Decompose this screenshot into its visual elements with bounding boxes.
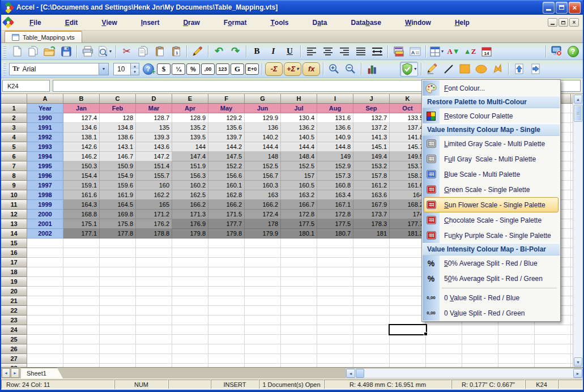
row-header-24[interactable]: 24 (1, 325, 27, 335)
row-header-2[interactable]: 2 (1, 113, 27, 123)
cell-K10[interactable]: 164 (390, 190, 426, 200)
cell-I23[interactable] (317, 316, 353, 325)
chart-button[interactable] (364, 62, 380, 76)
cell-C21[interactable] (100, 296, 136, 306)
cell-B26[interactable] (63, 344, 100, 354)
cell-G12[interactable]: 172.4 (245, 210, 281, 219)
chevron-down-icon[interactable]: ▾ (109, 49, 112, 54)
cell-H22[interactable] (281, 306, 317, 316)
cell-K19[interactable] (390, 277, 426, 287)
align-justify-button[interactable] (353, 44, 368, 59)
menu-item-50-average-split-red-blue[interactable]: %50% Average Split - Red / Blue (423, 255, 560, 271)
cell-I10[interactable]: 163.4 (317, 190, 353, 200)
cell-F9[interactable]: 160.1 (208, 181, 245, 190)
draw-freeform-button[interactable] (490, 62, 505, 76)
cell-F15[interactable] (208, 238, 245, 248)
cell-B6[interactable]: 146.2 (63, 152, 100, 161)
zoom-in-button[interactable] (326, 62, 342, 76)
cell-E6[interactable]: 147.4 (172, 152, 208, 161)
cell-B7[interactable]: 150.3 (63, 161, 100, 171)
cell-E4[interactable]: 139.5 (172, 133, 208, 142)
toolbar-grip[interactable] (3, 63, 6, 75)
cell-F4[interactable]: 139.7 (208, 133, 245, 142)
cell-N27[interactable] (498, 354, 535, 364)
new-document-button[interactable] (9, 44, 24, 59)
cell-E14[interactable]: 179.8 (172, 229, 208, 238)
row-header-16[interactable]: 16 (1, 248, 27, 258)
scroll-up-button[interactable]: ▲ (574, 95, 582, 104)
menu-item-sun-flower-scale-single-palette[interactable]: Sun Flower Scale - Single Palette (423, 197, 560, 212)
row-header-19[interactable]: 19 (1, 277, 27, 287)
cell-K25[interactable] (390, 335, 426, 344)
cell-D12[interactable]: 171.2 (136, 210, 172, 219)
zoom-out-button[interactable] (343, 62, 358, 76)
cell-A7[interactable]: 1995 (27, 161, 63, 171)
chevron-down-icon[interactable]: ▾ (441, 49, 444, 54)
cell-B15[interactable] (63, 238, 100, 248)
menu-format[interactable]: Format (212, 15, 259, 30)
cell-G20[interactable] (245, 287, 281, 296)
page-up-button[interactable] (511, 62, 527, 76)
undo-button[interactable]: ↶ (211, 44, 227, 59)
cell-E11[interactable]: 166.2 (172, 200, 208, 210)
cell-C20[interactable] (100, 287, 136, 296)
cell-J6[interactable]: 149.4 (353, 152, 390, 161)
cell-J16[interactable] (353, 248, 390, 258)
cell-I27[interactable] (317, 354, 353, 364)
cell-J25[interactable] (353, 335, 390, 344)
bold-button[interactable]: B (249, 44, 265, 59)
col-header-G[interactable]: G (245, 94, 281, 104)
chevron-down-icon[interactable]: ▾ (99, 63, 108, 75)
mdi-minimize-button[interactable] (548, 18, 557, 27)
cell-F22[interactable] (208, 306, 245, 316)
cell-E24[interactable] (172, 325, 208, 335)
cell-name-box[interactable]: K24 (2, 80, 50, 92)
cell-C27[interactable] (100, 354, 136, 364)
cell-A17[interactable] (27, 258, 63, 267)
col-header-B[interactable]: B (63, 94, 100, 104)
cell-F13[interactable]: 177.7 (208, 219, 245, 229)
cell-C2[interactable]: 128 (100, 113, 136, 123)
row-header-15[interactable]: 15 (1, 238, 27, 248)
cell-E1[interactable]: Apr (172, 104, 208, 113)
cell-D27[interactable] (136, 354, 172, 364)
col-header-E[interactable]: E (172, 94, 208, 104)
cell-B22[interactable] (63, 306, 100, 316)
help-button[interactable]: ? (565, 44, 581, 59)
row-header-26[interactable]: 26 (1, 344, 27, 354)
new-from-template-button[interactable] (25, 44, 41, 59)
cell-D20[interactable] (136, 287, 172, 296)
cell-D25[interactable] (136, 335, 172, 344)
draw-line-button[interactable] (441, 62, 456, 76)
row-header-3[interactable]: 3 (1, 123, 27, 133)
col-header-H[interactable]: H (281, 94, 317, 104)
cell-J26[interactable] (353, 344, 390, 354)
cell-C16[interactable] (100, 248, 136, 258)
cell-K3[interactable]: 137.4 (390, 123, 426, 133)
row-header-17[interactable]: 17 (1, 258, 27, 267)
cell-F20[interactable] (208, 287, 245, 296)
cell-G2[interactable]: 129.9 (245, 113, 281, 123)
menu-item-0-value-split-red-blue[interactable]: 0,000 Value Split - Red / Blue (423, 290, 560, 305)
cell-D9[interactable]: 160 (136, 181, 172, 190)
cell-F7[interactable]: 152.2 (208, 161, 245, 171)
cell-A10[interactable]: 1998 (27, 190, 63, 200)
insert-function-button[interactable]: fx (302, 62, 320, 76)
selected-cell-outline[interactable] (389, 324, 427, 335)
cell-H9[interactable]: 160.5 (281, 181, 317, 190)
cell-B21[interactable] (63, 296, 100, 306)
cell-B19[interactable] (63, 277, 100, 287)
cell-C6[interactable]: 146.7 (100, 152, 136, 161)
draw-pencil-button[interactable] (424, 62, 440, 76)
page-next-button[interactable] (528, 62, 543, 76)
cell-E17[interactable] (172, 258, 208, 267)
cell-C25[interactable] (100, 335, 136, 344)
cell-D19[interactable] (136, 277, 172, 287)
col-header-J[interactable]: J (353, 94, 390, 104)
cell-A27[interactable] (27, 354, 63, 364)
cell-M26[interactable] (462, 344, 498, 354)
cell-A13[interactable]: 2001 (27, 219, 63, 229)
cell-B14[interactable]: 177.1 (63, 229, 100, 238)
cell-G14[interactable]: 179.9 (245, 229, 281, 238)
cell-C14[interactable]: 177.8 (100, 229, 136, 238)
